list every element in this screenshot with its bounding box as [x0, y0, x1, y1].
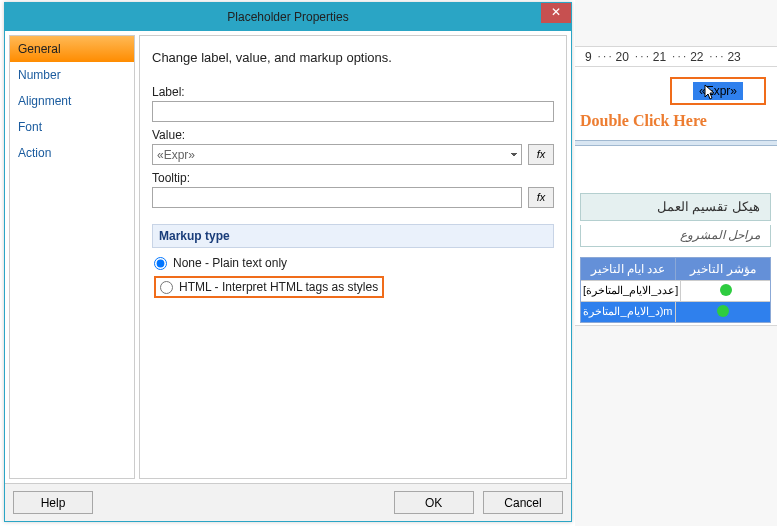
ruler: 9 · · · 20 · · · 21 · · · 22 · · · 23 [575, 47, 777, 67]
ok-button[interactable]: OK [394, 491, 474, 514]
wbs-table: عدد ايام التاخير مؤشر التاخير [عدد_الايا… [580, 257, 771, 323]
table-row: [عدد_الايام_المتاخرة] [581, 280, 770, 301]
markup-option-html[interactable]: HTML - Interpret HTML tags as styles [160, 280, 378, 294]
status-dot-icon [720, 284, 732, 296]
cell: [عدد_الايام_المتاخرة] [581, 281, 680, 301]
wbs-subheader: مراحل المشروع [580, 225, 771, 247]
tooltip-expression-button[interactable]: fx [528, 187, 554, 208]
cursor-icon [703, 84, 719, 102]
sidebar: General Number Alignment Font Action [9, 35, 135, 479]
cell [675, 302, 770, 322]
sidebar-item-number[interactable]: Number [10, 62, 134, 88]
annotation-label: Double Click Here [580, 112, 707, 130]
markup-option-none[interactable]: None - Plain text only [154, 256, 552, 270]
table-row[interactable]: m(د_الايام_المتاخرة [581, 301, 770, 322]
sidebar-item-alignment[interactable]: Alignment [10, 88, 134, 114]
dialog-footer: Help OK Cancel [5, 483, 571, 521]
bg-bottom-strip [575, 325, 777, 526]
radio-none[interactable] [154, 257, 167, 270]
expr-placeholder[interactable]: «Expr» [693, 82, 743, 100]
value-select[interactable]: «Expr» [152, 144, 522, 165]
ruler-tick: 23 [727, 50, 740, 64]
markup-html-highlight: HTML - Interpret HTML tags as styles [154, 276, 384, 298]
window-title: Placeholder Properties [227, 10, 348, 24]
titlebar[interactable]: Placeholder Properties ✕ [5, 3, 571, 31]
ruler-tick: 22 [690, 50, 703, 64]
value-expression-button[interactable]: fx [528, 144, 554, 165]
markup-type-header: Markup type [152, 224, 554, 248]
bg-top-strip [575, 0, 777, 47]
wbs-header: هيكل تقسيم العمل [580, 193, 771, 221]
radio-html[interactable] [160, 281, 173, 294]
page-heading: Change label, value, and markup options. [152, 50, 554, 65]
markup-radio-group: None - Plain text only HTML - Interpret … [152, 248, 554, 306]
cancel-button[interactable]: Cancel [483, 491, 563, 514]
ruler-tick: 20 [616, 50, 629, 64]
expr-placeholder-highlight: «Expr» [670, 77, 766, 105]
sidebar-item-font[interactable]: Font [10, 114, 134, 140]
cell: m(د_الايام_المتاخرة [581, 302, 675, 322]
value-label: Value: [152, 128, 554, 142]
tooltip-input[interactable] [152, 187, 522, 208]
label-label: Label: [152, 85, 554, 99]
close-icon: ✕ [551, 5, 561, 19]
help-button[interactable]: Help [13, 491, 93, 514]
sidebar-item-general[interactable]: General [10, 36, 134, 62]
dialog-body: General Number Alignment Font Action Cha… [5, 31, 571, 483]
bg-divider [575, 140, 777, 146]
col-header: مؤشر التاخير [675, 258, 770, 280]
label-input[interactable] [152, 101, 554, 122]
content-panel: Change label, value, and markup options.… [139, 35, 567, 479]
close-button[interactable]: ✕ [541, 3, 571, 23]
col-header: عدد ايام التاخير [581, 258, 675, 280]
tooltip-label: Tooltip: [152, 171, 554, 185]
sidebar-item-action[interactable]: Action [10, 140, 134, 166]
wbs-table-head: عدد ايام التاخير مؤشر التاخير [581, 258, 770, 280]
ruler-tick: 9 [585, 50, 592, 64]
ruler-tick: 21 [653, 50, 666, 64]
placeholder-properties-dialog: Placeholder Properties ✕ General Number … [4, 2, 572, 522]
status-dot-icon [717, 305, 729, 317]
cell [680, 281, 770, 301]
